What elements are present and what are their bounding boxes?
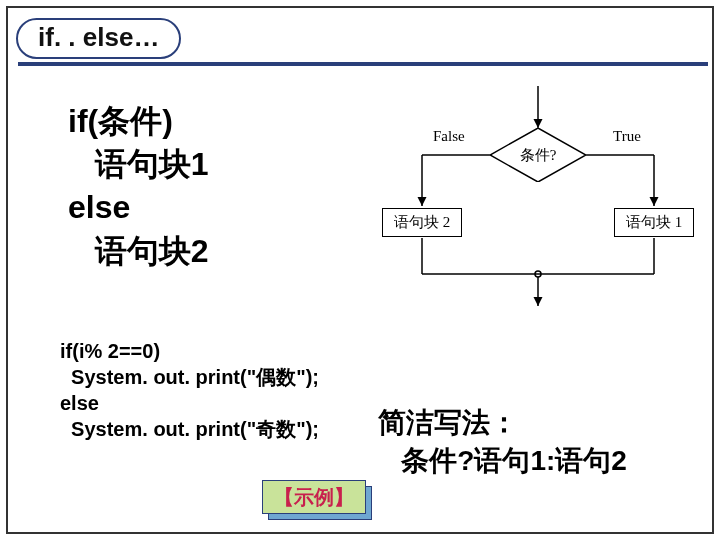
flowchart-diamond: 条件? (490, 128, 586, 182)
flowchart: 条件? False True 语句块 2 语句块 1 (368, 86, 708, 311)
flowchart-lines (368, 86, 708, 311)
flowchart-block1: 语句块 1 (614, 208, 694, 237)
example-code: if(i% 2==0) System. out. print("偶数"); el… (60, 338, 319, 442)
example-button[interactable]: 【示例】 (262, 480, 366, 514)
flowchart-true-label: True (613, 128, 641, 145)
slide: if. . else… if(条件) 语句块1 else 语句块2 (6, 6, 714, 534)
flowchart-false-label: False (433, 128, 465, 145)
if-else-syntax: if(条件) 语句块1 else 语句块2 (68, 100, 208, 273)
title-area: if. . else… (16, 18, 181, 59)
slide-title: if. . else… (16, 18, 181, 59)
short-writing: 简洁写法： 条件?语句1:语句2 (378, 404, 627, 480)
title-underline (18, 62, 708, 66)
flowchart-block2: 语句块 2 (382, 208, 462, 237)
flowchart-condition-label: 条件? (490, 128, 586, 182)
